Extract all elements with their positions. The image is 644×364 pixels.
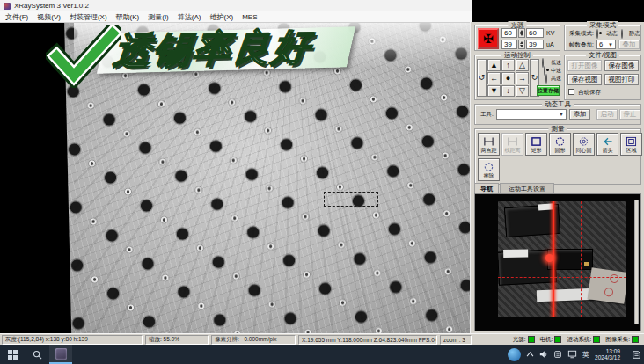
measure-erase-button[interactable]: 擦除 [478,158,500,181]
measure-region-button[interactable]: 区域 [620,133,642,156]
measure-concentric-button[interactable]: 同心圆 [573,133,595,156]
red-stamp [604,288,613,297]
motion-system-status: 运动系统: [567,336,600,344]
speed-mid-label[interactable]: 中速 [551,67,561,75]
file-view-group-title: 文件/视图 [586,51,619,59]
motion-group-title: 运动控制 [501,51,533,59]
measure-rect-button[interactable]: 矩形 [525,133,547,156]
kv-set-field[interactable]: 60 [501,28,517,38]
tray-chevron-up-icon[interactable] [526,352,534,357]
kv-spinner[interactable] [518,28,525,38]
down-button[interactable]: ↓ [501,85,515,97]
tool-label: 工具: [480,111,494,119]
menu-mes[interactable]: MES [242,13,257,21]
windows-logo-icon [8,350,18,360]
ime-indicator[interactable]: 英 [582,350,589,360]
ua-set-field[interactable]: 39 [501,40,517,49]
tab-motion-tool-settings[interactable]: 运动工具设置 [500,183,554,193]
left-button[interactable]: ← [487,72,501,84]
save-image-button[interactable]: 保存图像 [604,60,639,71]
down-step-button[interactable]: ▽ [516,85,529,97]
stage-position-status: X:19.655 mm Y:118.000mm Z:64.823.640mm F… [298,335,437,345]
menubar: 文件(F) 视频(V) 封装管理(X) 帮助(K) 测量(I) 算法(A) 维护… [0,11,472,23]
speed-high-label[interactable]: 高速 [551,75,561,83]
weather-icon[interactable] [508,348,521,361]
start-button[interactable] [0,345,25,364]
speed-low-label[interactable]: 低速 [551,59,561,67]
camera-photo[interactable] [498,201,626,317]
image-capture-status: 图像采集: [605,336,639,344]
measure-arrow-button[interactable]: 箭头 [596,133,618,156]
system-tray: 英 13:09 2024/3/12 [508,345,644,364]
network-display-icon[interactable] [567,350,577,359]
measure-group: 测量 两点距 线距离 矩形 圆形 同心圆 箭头 区域 [474,128,641,185]
region-tool-icon [625,136,638,147]
stop-button[interactable]: 停止 [619,109,640,120]
position-save-button[interactable]: 位置存储 [537,85,560,96]
taskbar-app-xray[interactable] [49,345,72,364]
chevron-down-icon: ▼ [559,112,564,117]
up-step-button[interactable]: △ [516,59,529,71]
tab-navigation[interactable]: 导航 [474,183,499,193]
mode-static-radio[interactable] [621,29,623,39]
up-fast-button[interactable]: ▲ [487,59,501,71]
spin-down-icon[interactable] [519,45,524,49]
mode-dynamic-radio[interactable] [596,29,598,39]
xray-warning-icon: ✠ [483,33,494,45]
start-button[interactable]: 启动 [596,109,618,120]
auto-save-label[interactable]: 自动保存 [578,89,601,97]
menu-algorithm[interactable]: 算法(A) [178,12,201,22]
rotate-ccw-button[interactable]: ↺ [477,59,487,97]
stack-button[interactable]: 叠加 [618,40,640,49]
mode-static-label[interactable]: 静态 [629,30,640,38]
usb-icon[interactable] [553,350,562,359]
save-view-button[interactable]: 保存视图 [567,74,602,85]
taskbar-clock[interactable]: 13:09 2024/3/12 [595,348,620,360]
mode-dynamic-label[interactable]: 动态 [606,30,618,38]
speed-high-radio[interactable] [545,74,547,84]
fixture-label [503,249,528,257]
speaker-icon[interactable] [539,350,548,359]
circle-tool-icon [553,136,567,147]
erase-tool-icon [482,162,495,172]
auto-save-checkbox[interactable] [568,89,574,95]
frames-combobox[interactable]: 6▼ [596,40,616,49]
print-view-button[interactable]: 视图打印 [604,74,639,85]
menu-help[interactable]: 帮助(K) [116,12,140,22]
down-fast-button[interactable]: ▼ [487,85,501,97]
camera-scrollbar[interactable] [634,200,639,324]
notification-icon[interactable] [632,350,641,360]
menu-video[interactable]: 视频(V) [37,12,61,22]
laser-point [545,254,553,262]
right-button[interactable]: → [516,72,529,84]
taskbar-search-button[interactable] [25,345,49,364]
zoom-status: 缩放: 55.0% [145,335,209,345]
tool-combobox[interactable]: ▼ [496,109,567,120]
menu-package[interactable]: 封装管理(X) [70,12,107,22]
line-distance-icon [506,136,519,147]
roi-box[interactable] [324,192,378,207]
capture-mode-label: 采集模式: [569,30,594,38]
up-button[interactable]: ↑ [501,59,515,71]
zoom-level-status: zoom : 3 [440,335,472,345]
ua-spinner[interactable] [518,40,525,49]
spin-down-icon[interactable] [519,33,524,38]
center-button[interactable]: ● [501,72,515,84]
gold-pad [584,262,589,266]
device-status-strip: 光源: 电机: 运动系统: 图像采集: [513,336,642,344]
measure-circle-button[interactable]: 圆形 [549,133,571,156]
menu-maintain[interactable]: 维护(X) [209,12,233,22]
open-image-button[interactable]: 打开图像 [567,60,602,71]
packaging-bag [588,267,626,303]
white-strip [537,288,595,302]
measure-line-distance-button[interactable]: 线距离 [501,133,523,156]
kv-readback-field: 60 [526,28,544,38]
ua-readback-field: 39 [526,40,544,49]
menu-measure[interactable]: 测量(I) [148,12,169,22]
add-tool-button[interactable]: 添加 [569,109,590,120]
xray-on-button[interactable]: ✠ [478,28,499,49]
menu-file[interactable]: 文件(F) [5,12,28,22]
xray-image-view[interactable]: 透锡率良好 [0,23,470,333]
chevron-down-icon: ▼ [608,42,613,47]
measure-two-point-button[interactable]: 两点距 [478,133,500,156]
